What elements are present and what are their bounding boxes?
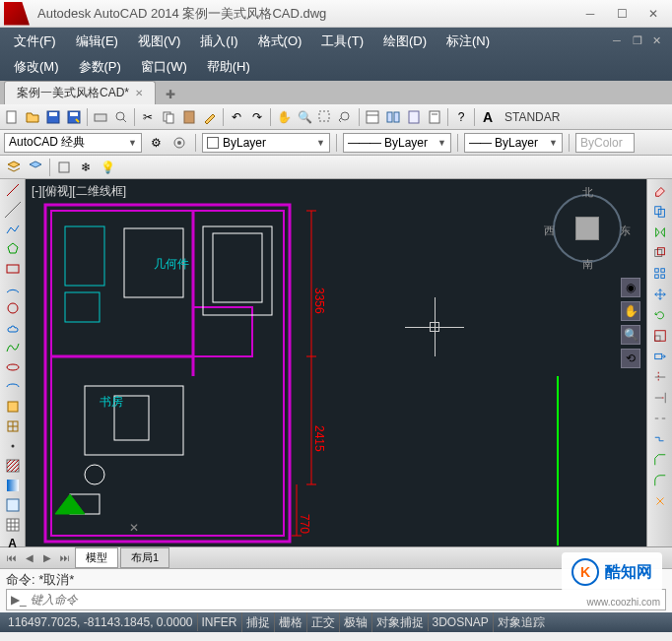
mirror-icon[interactable]: [649, 223, 671, 242]
text-style-icon[interactable]: A: [478, 107, 498, 127]
help-icon[interactable]: ?: [451, 107, 471, 127]
circle-icon[interactable]: [2, 299, 24, 317]
move-icon[interactable]: [649, 285, 671, 304]
layer-freeze-icon[interactable]: ❄: [76, 158, 96, 177]
workspace-dropdown[interactable]: AutoCAD 经典 ▼: [4, 133, 142, 153]
sb-snap[interactable]: 捕捉: [241, 612, 274, 632]
sb-grid[interactable]: 栅格: [274, 612, 306, 632]
tab-model[interactable]: 模型: [75, 547, 118, 568]
erase-icon[interactable]: [649, 181, 671, 201]
menu-file[interactable]: 文件(F): [4, 30, 66, 53]
design-center-icon[interactable]: [383, 107, 403, 127]
plotstyle-dropdown[interactable]: ByColor: [575, 133, 635, 153]
mdi-restore-icon[interactable]: ❐: [633, 34, 648, 48]
gradient-icon[interactable]: [2, 477, 24, 494]
workspace-settings-icon[interactable]: ⚙: [146, 133, 166, 153]
xline-icon[interactable]: [2, 201, 24, 219]
command-input-row[interactable]: ▶_: [6, 589, 666, 610]
menu-parametric[interactable]: 参数(P): [69, 55, 131, 79]
stretch-icon[interactable]: [649, 347, 671, 366]
open-icon[interactable]: [23, 107, 42, 127]
scale-icon[interactable]: [649, 326, 671, 346]
ellipse-arc-icon[interactable]: [2, 378, 24, 396]
minimize-button[interactable]: ─: [575, 4, 605, 24]
layer-iso-icon[interactable]: [54, 158, 74, 177]
sb-infer[interactable]: INFER: [197, 613, 241, 631]
preview-icon[interactable]: [111, 107, 131, 127]
workspace-gear-icon[interactable]: [169, 133, 189, 153]
tab-layout1[interactable]: 布局1: [120, 547, 169, 568]
copy2-icon[interactable]: [649, 202, 671, 222]
menu-insert[interactable]: 插入(I): [190, 30, 247, 53]
revcloud-icon[interactable]: [2, 319, 24, 337]
explode-icon[interactable]: [649, 491, 671, 511]
join-icon[interactable]: [649, 429, 671, 449]
viewcube-top[interactable]: [575, 217, 599, 240]
tool-palette-icon[interactable]: [404, 107, 424, 127]
rotate-icon[interactable]: [649, 305, 671, 325]
menu-format[interactable]: 格式(O): [248, 30, 312, 53]
sb-polar[interactable]: 极轴: [339, 612, 371, 632]
save-icon[interactable]: [43, 107, 63, 127]
layer-manager-icon[interactable]: [4, 158, 24, 177]
table-icon[interactable]: [2, 516, 24, 534]
spline-icon[interactable]: [2, 339, 24, 356]
linetype-dropdown[interactable]: ——— ByLayer ▼: [343, 133, 451, 153]
region-icon[interactable]: [2, 496, 24, 514]
extend-icon[interactable]: [649, 388, 671, 408]
compass-south[interactable]: 南: [582, 257, 593, 272]
plot-icon[interactable]: [91, 107, 110, 127]
paste-icon[interactable]: [179, 107, 199, 127]
nav-zoom-icon[interactable]: 🔍: [621, 325, 640, 345]
ellipse-icon[interactable]: [2, 358, 24, 376]
insert-block-icon[interactable]: [2, 398, 24, 416]
sheet-set-icon[interactable]: [425, 107, 444, 127]
array-icon[interactable]: [649, 264, 671, 284]
nav-orbit-icon[interactable]: ⟲: [621, 349, 640, 368]
viewcube[interactable]: 北 南 东 西: [548, 189, 627, 268]
maximize-button[interactable]: ☐: [607, 4, 637, 24]
compass-north[interactable]: 北: [582, 185, 593, 200]
mdi-minimize-icon[interactable]: ─: [613, 34, 629, 48]
sb-osnap[interactable]: 对象捕捉: [371, 612, 428, 632]
nav-pan-icon[interactable]: ✋: [621, 301, 640, 321]
copy-icon[interactable]: [159, 107, 178, 127]
menu-draw[interactable]: 绘图(D): [373, 30, 437, 53]
menu-help[interactable]: 帮助(H): [197, 55, 260, 79]
arc-icon[interactable]: [2, 280, 24, 297]
make-block-icon[interactable]: [2, 417, 24, 435]
new-icon[interactable]: [2, 107, 22, 127]
layer-off-icon[interactable]: 💡: [98, 158, 117, 177]
polygon-icon[interactable]: [2, 240, 24, 258]
saveas-icon[interactable]: [64, 107, 84, 127]
lineweight-dropdown[interactable]: —— ByLayer ▼: [464, 133, 563, 153]
match-icon[interactable]: [200, 107, 220, 127]
sb-ortho[interactable]: 正交: [306, 612, 339, 632]
zoom-prev-icon[interactable]: [336, 107, 356, 127]
sb-3dosnap[interactable]: 3DOSNAP: [428, 613, 493, 631]
offset-icon[interactable]: [649, 243, 671, 263]
tab-next-icon[interactable]: ▶: [39, 550, 55, 566]
tab-first-icon[interactable]: ⏮: [4, 550, 20, 566]
line-icon[interactable]: [2, 181, 24, 199]
cut-icon[interactable]: ✂: [138, 107, 158, 127]
break-icon[interactable]: [649, 409, 671, 428]
fillet-icon[interactable]: [649, 471, 671, 490]
menu-dimension[interactable]: 标注(N): [437, 30, 500, 53]
sb-otrack[interactable]: 对象追踪: [493, 612, 549, 632]
new-tab-button[interactable]: ✚: [160, 85, 181, 104]
undo-icon[interactable]: ↶: [227, 107, 246, 127]
layer-state-icon[interactable]: [26, 158, 45, 177]
properties-icon[interactable]: [363, 107, 382, 127]
command-input[interactable]: [31, 593, 661, 607]
zoom-icon[interactable]: 🔍: [295, 107, 314, 127]
tab-prev-icon[interactable]: ◀: [22, 550, 37, 566]
tab-last-icon[interactable]: ⏭: [57, 550, 73, 566]
trim-icon[interactable]: [649, 367, 671, 387]
menu-window[interactable]: 窗口(W): [131, 55, 197, 79]
chamfer-icon[interactable]: [649, 450, 671, 470]
pan-icon[interactable]: ✋: [274, 107, 294, 127]
drawing-canvas[interactable]: [-][俯视][二维线框] 几何件 书房: [26, 179, 646, 546]
menu-edit[interactable]: 编辑(E): [66, 30, 128, 53]
mdi-close-icon[interactable]: ✕: [652, 34, 668, 48]
